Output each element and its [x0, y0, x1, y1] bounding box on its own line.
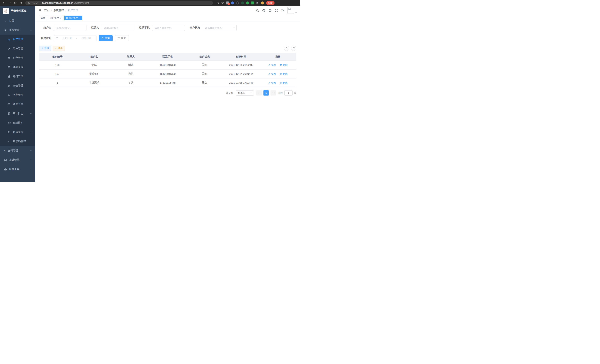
forward-icon[interactable] — [7, 1, 12, 5]
cell-created-time: 2021-01-05 17:03:47 — [223, 78, 260, 87]
browser-menu-icon[interactable] — [277, 1, 279, 4]
update-button[interactable]: 更新 — [266, 1, 275, 5]
user-menu[interactable] — [287, 7, 297, 14]
cell-tenant-name: 芋道源码 — [76, 78, 112, 87]
reload-icon[interactable] — [13, 1, 18, 5]
help-icon[interactable] — [268, 9, 272, 12]
breadcrumb-item[interactable]: 首页 — [44, 9, 49, 12]
date-range-picker[interactable]: 开始日期 - 结束日期 — [54, 35, 96, 41]
trash-icon — [280, 73, 282, 75]
status-select[interactable] — [203, 25, 236, 31]
cell-created-time: 2021-12-14 21:02:09 — [223, 60, 260, 69]
chevron-down-icon — [30, 113, 32, 115]
extension-icon[interactable] — [251, 1, 254, 4]
cell-status: 开启 — [186, 78, 223, 87]
sidebar-menu: 首页 系统管理 租户管理 用户管理 角色管理 菜单管理 部门管理 岗位管理 字典… — [0, 16, 35, 182]
reset-button-label: 重置 — [121, 37, 126, 40]
sidebar-item-infra[interactable]: 基础设施 — [0, 155, 35, 165]
sidebar-item-online-user[interactable]: 在线用户 — [0, 118, 35, 127]
active-tab-dot — [66, 17, 68, 19]
column-header-phone: 联系手机 — [149, 53, 186, 60]
phone-input[interactable] — [152, 25, 185, 31]
refresh-button[interactable] — [291, 46, 296, 51]
sidebar-item-tenant[interactable]: 租户管理 — [0, 35, 35, 44]
extension-icon[interactable] — [236, 1, 239, 4]
url-path: /system/tenant — [75, 2, 89, 4]
pagination: 共 3 条 10条/页 1 前往 页 — [39, 90, 296, 95]
edit-button[interactable]: 修改 — [268, 63, 276, 67]
tab-dept[interactable]: 部门管理 — [48, 16, 64, 20]
tab-home[interactable]: 首页 — [39, 16, 47, 20]
font-size-icon[interactable]: TT — [281, 9, 284, 12]
delete-button[interactable]: 删除 — [280, 81, 288, 84]
export-button[interactable]: 导出 — [53, 46, 65, 51]
toggle-search-button[interactable] — [284, 46, 289, 51]
broadcast-icon — [8, 121, 10, 124]
create-time-label: 创建时间 — [39, 37, 51, 40]
extension-icon[interactable] — [261, 1, 264, 4]
user-icon — [8, 47, 10, 50]
sidebar-item-role[interactable]: 角色管理 — [0, 53, 35, 63]
app-logo[interactable]: 芋道管理系统 — [0, 6, 35, 16]
sidebar-item-error-code[interactable]: 错误码管理 — [0, 137, 35, 146]
sidebar-toggle-icon[interactable] — [38, 9, 42, 12]
edit-button[interactable]: 修改 — [268, 81, 276, 84]
extension-icon[interactable] — [241, 1, 244, 4]
breadcrumb-item[interactable]: 系统管理 — [53, 9, 64, 12]
search-button[interactable]: 搜索 — [99, 35, 112, 41]
edit-icon — [268, 64, 271, 66]
sidebar-item-devtools[interactable]: 研发工具 — [0, 165, 35, 174]
sidebar-item-notice[interactable]: 通知公告 — [0, 100, 35, 109]
not-secure-icon — [28, 2, 30, 4]
extension-icon[interactable] — [231, 1, 234, 4]
people-icon — [8, 56, 10, 59]
prev-page-button[interactable] — [256, 90, 262, 95]
status-select-input[interactable] — [203, 25, 236, 31]
cell-actions: 修改 删除 — [260, 78, 296, 87]
delete-button[interactable]: 删除 — [280, 63, 288, 67]
delete-button[interactable]: 删除 — [280, 72, 288, 75]
cell-status: 关闭 — [186, 60, 223, 69]
edit-button[interactable]: 修改 — [268, 72, 276, 75]
sidebar-item-pay[interactable]: ¥ 支付管理 — [0, 146, 35, 155]
table-toolbar: 新增 导出 — [39, 46, 296, 51]
next-page-button[interactable] — [271, 90, 276, 95]
extension-icon[interactable]: 10 — [226, 1, 229, 4]
sidebar-item-post[interactable]: 岗位管理 — [0, 81, 35, 90]
tab-tenant[interactable]: 租户管理 — [64, 16, 82, 20]
table-row: 108 测试 测试 15601691300 关闭 2021-12-14 21:0… — [39, 60, 296, 69]
add-button[interactable]: 新增 — [39, 46, 51, 51]
page-size-select[interactable]: 10条/页 — [236, 90, 254, 95]
goto-page: 前往 页 — [278, 90, 296, 95]
close-icon[interactable] — [60, 17, 62, 19]
home-icon[interactable] — [19, 1, 23, 5]
tenant-name-input[interactable] — [54, 25, 86, 31]
edit-icon — [268, 73, 271, 75]
sidebar-item-dept[interactable]: 部门管理 — [0, 72, 35, 81]
sidebar-item-dict[interactable]: 字典管理 — [0, 90, 35, 100]
status-label: 租户状态 — [190, 26, 200, 29]
avatar — [287, 7, 294, 14]
sidebar-item-menu[interactable]: 菜单管理 — [0, 63, 35, 72]
share-icon[interactable] — [216, 1, 219, 4]
fullscreen-icon[interactable] — [275, 9, 278, 12]
sidebar-item-user[interactable]: 用户管理 — [0, 44, 35, 53]
contact-input[interactable] — [102, 25, 134, 31]
reset-button[interactable]: 重置 — [115, 35, 129, 41]
sidebar-item-sms[interactable]: 短信管理 — [0, 127, 35, 137]
sidebar-item-home[interactable]: 首页 — [0, 16, 35, 25]
goto-page-input[interactable] — [284, 90, 293, 95]
address-bar[interactable]: 不安全 dashboard.yudao.iocoder.cn/system/te… — [25, 1, 213, 5]
page-number-button[interactable]: 1 — [263, 90, 269, 95]
search-icon[interactable] — [256, 9, 259, 12]
bookmark-star-icon[interactable] — [221, 1, 224, 4]
extensions-puzzle-icon[interactable] — [256, 1, 259, 4]
sidebar-item-audit-log[interactable]: 审计日志 — [0, 109, 35, 118]
sidebar-item-system[interactable]: 系统管理 — [0, 25, 35, 35]
extension-badge: 10 — [228, 3, 230, 5]
monitor-icon — [4, 159, 7, 161]
back-icon[interactable] — [2, 1, 6, 5]
extension-icon[interactable] — [246, 1, 249, 4]
github-icon[interactable] — [262, 9, 265, 12]
close-icon[interactable] — [79, 17, 81, 19]
